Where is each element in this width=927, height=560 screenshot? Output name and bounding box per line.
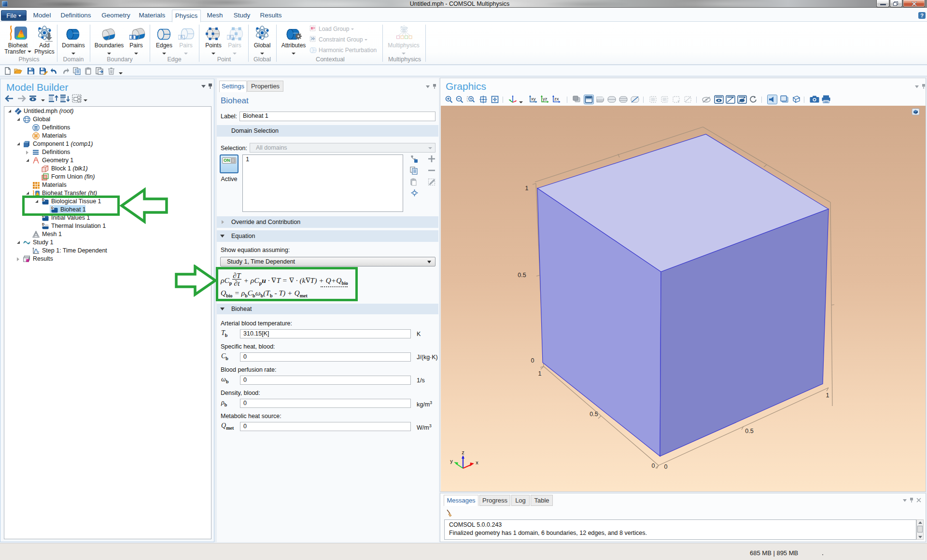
svg-text:z: z — [462, 449, 464, 455]
svg-text:xy: xy — [531, 96, 536, 101]
svg-text:zx: zx — [554, 96, 559, 101]
svg-text:0: 0 — [652, 462, 655, 469]
svg-text:0.5: 0.5 — [518, 272, 526, 279]
svg-text:0: 0 — [531, 357, 534, 364]
svg-text:x: x — [476, 460, 478, 465]
svg-text:1: 1 — [538, 370, 542, 377]
svg-text:y: y — [450, 458, 453, 464]
svg-text:0: 0 — [664, 463, 668, 470]
svg-text:0.5: 0.5 — [745, 428, 753, 434]
svg-text:1: 1 — [525, 185, 529, 192]
svg-text:0.5: 0.5 — [590, 411, 598, 418]
svg-text:1: 1 — [826, 392, 829, 399]
svg-text:yz: yz — [543, 96, 548, 101]
